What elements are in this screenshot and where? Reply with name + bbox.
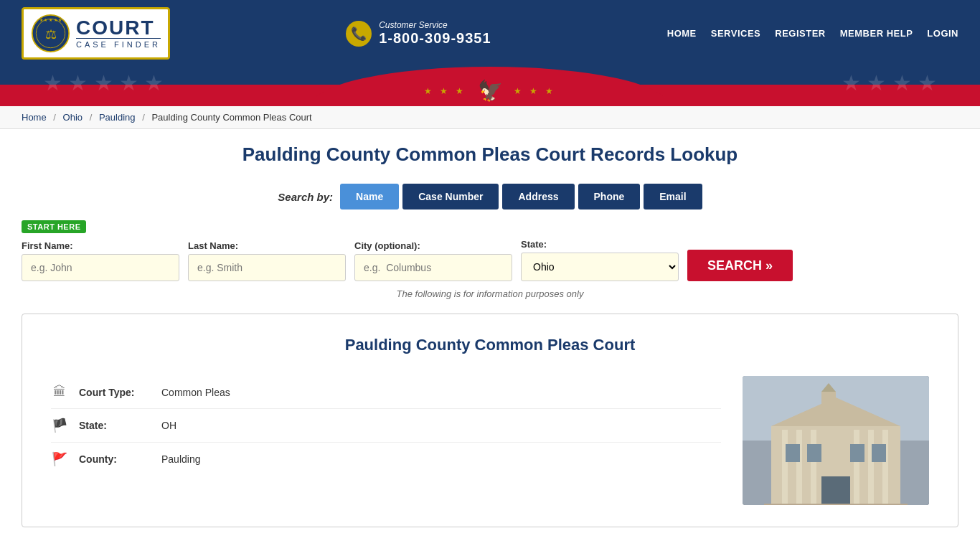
breadcrumb-sep-1: / (53, 112, 56, 123)
logo-text: COURT CASE FINDER (76, 18, 161, 49)
breadcrumb: Home / Ohio / Paulding / Paulding County… (0, 106, 980, 129)
last-name-label: Last Name: (188, 240, 346, 251)
court-county-icon: 🚩 (51, 451, 68, 467)
nav-login[interactable]: LOGIN (927, 28, 958, 39)
logo-area: ★ ★ ★ ★ ★ ⚖ COURT CASE FINDER (22, 7, 170, 60)
svg-rect-17 (872, 444, 886, 462)
state-select[interactable]: AlabamaAlaskaArizonaArkansasCaliforniaCo… (521, 253, 679, 281)
svg-text:⚖: ⚖ (45, 27, 57, 42)
breadcrumb-sep-2: / (90, 112, 93, 123)
phone-text: Customer Service 1-800-309-9351 (379, 20, 491, 47)
svg-rect-8 (782, 430, 788, 505)
search-by-row: Search by: Name Case Number Address Phon… (22, 184, 958, 209)
breadcrumb-home[interactable]: Home (22, 112, 47, 123)
court-image (743, 376, 929, 505)
city-input[interactable] (354, 254, 512, 281)
court-county-label: County: (79, 453, 151, 465)
svg-rect-13 (882, 430, 888, 505)
tab-email[interactable]: Email (644, 184, 702, 209)
court-state-icon: 🏴 (51, 418, 68, 433)
svg-rect-19 (821, 392, 836, 406)
court-state-row: 🏴 State: OH (51, 409, 721, 443)
court-type-value: Common Pleas (161, 387, 230, 398)
tab-name[interactable]: Name (340, 184, 399, 209)
building-svg-icon (743, 376, 929, 505)
tab-address[interactable]: Address (502, 184, 574, 209)
phone-area: 📞 Customer Service 1-800-309-9351 (346, 20, 491, 47)
page-title: Paulding County Common Pleas Court Recor… (22, 143, 958, 166)
svg-rect-10 (811, 430, 816, 505)
site-header: ★ ★ ★ ★ ★ ⚖ COURT CASE FINDER 📞 Customer… (0, 0, 980, 106)
phone-icon: 📞 (346, 21, 372, 47)
state-label: State: (521, 239, 679, 250)
search-button[interactable]: SEARCH » (687, 250, 793, 281)
court-county-value: Paulding (161, 453, 201, 465)
svg-rect-14 (786, 444, 800, 462)
svg-rect-16 (850, 444, 864, 462)
court-card: Paulding County Common Pleas Court 🏛 Cou… (22, 314, 958, 527)
logo-case-finder-text: CASE FINDER (76, 38, 161, 49)
last-name-input[interactable] (188, 254, 346, 281)
svg-rect-15 (807, 444, 821, 462)
court-type-row: 🏛 Court Type: Common Pleas (51, 376, 721, 409)
search-form-area: START HERE First Name: Last Name: City (… (22, 220, 958, 281)
svg-rect-9 (796, 430, 802, 505)
first-name-label: First Name: (22, 240, 179, 251)
start-here-badge: START HERE (22, 220, 86, 233)
info-note: The following is for information purpose… (22, 288, 958, 299)
city-label: City (optional): (354, 240, 512, 251)
court-card-title: Paulding County Common Pleas Court (51, 336, 929, 354)
state-field: State: AlabamaAlaskaArizonaArkansasCalif… (521, 239, 679, 281)
logo-box: ★ ★ ★ ★ ★ ⚖ COURT CASE FINDER (22, 7, 170, 60)
court-county-row: 🚩 County: Paulding (51, 443, 721, 476)
svg-rect-12 (868, 430, 874, 505)
breadcrumb-ohio[interactable]: Ohio (63, 112, 83, 123)
svg-rect-18 (821, 476, 850, 505)
court-state-label: State: (79, 420, 151, 431)
svg-rect-21 (764, 504, 908, 505)
phone-label: Customer Service (379, 20, 491, 30)
tab-case-number[interactable]: Case Number (402, 184, 499, 209)
breadcrumb-current: Paulding County Common Pleas Court (151, 112, 311, 123)
last-name-field: Last Name: (188, 240, 346, 281)
main-nav: HOME SERVICES REGISTER MEMBER HELP LOGIN (667, 28, 958, 39)
court-card-body: 🏛 Court Type: Common Pleas 🏴 State: OH 🚩… (51, 376, 929, 505)
nav-member-help[interactable]: MEMBER HELP (840, 28, 913, 39)
svg-rect-11 (854, 430, 859, 505)
tab-phone[interactable]: Phone (578, 184, 641, 209)
search-by-label: Search by: (278, 191, 333, 203)
first-name-input[interactable] (22, 254, 179, 281)
breadcrumb-sep-3: / (142, 112, 145, 123)
court-state-value: OH (161, 420, 176, 431)
court-type-label: Court Type: (79, 387, 151, 398)
nav-home[interactable]: HOME (667, 28, 697, 39)
search-form-row: First Name: Last Name: City (optional): … (22, 239, 958, 281)
svg-text:★ ★ ★ ★ ★: ★ ★ ★ ★ ★ (39, 18, 62, 22)
phone-number: 1-800-309-9351 (379, 30, 491, 47)
court-info-table: 🏛 Court Type: Common Pleas 🏴 State: OH 🚩… (51, 376, 721, 505)
logo-court-text: COURT (76, 18, 161, 38)
main-content: Paulding County Common Pleas Court Recor… (0, 129, 980, 542)
first-name-field: First Name: (22, 240, 179, 281)
nav-register[interactable]: REGISTER (775, 28, 825, 39)
nav-services[interactable]: SERVICES (711, 28, 761, 39)
logo-emblem-icon: ★ ★ ★ ★ ★ ⚖ (31, 14, 70, 53)
breadcrumb-paulding[interactable]: Paulding (99, 112, 136, 123)
court-type-icon: 🏛 (51, 385, 68, 400)
search-button-label: SEARCH » (707, 258, 773, 273)
city-field: City (optional): (354, 240, 512, 281)
court-image-bg (743, 376, 929, 505)
